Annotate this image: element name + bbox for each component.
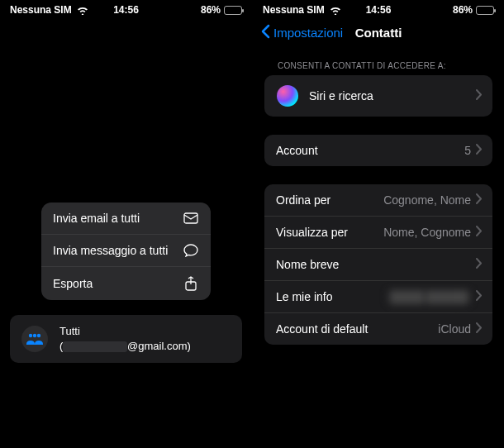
chevron-right-icon	[476, 89, 483, 102]
clock: 14:56	[366, 4, 392, 16]
menu-message-all[interactable]: Invia messaggio a tutti	[41, 235, 211, 267]
chevron-right-icon	[476, 193, 483, 207]
row-account[interactable]: Account 5	[264, 135, 492, 166]
wifi-icon	[77, 6, 88, 15]
chevron-right-icon	[476, 322, 483, 336]
screen-contacts-settings: Nessuna SIM 14:56 86% Impostazioni Conta…	[252, 0, 504, 448]
group-title: Tutti	[59, 324, 191, 339]
nav-bar: Impostazioni Contatti	[253, 18, 504, 48]
menu-label: Invia email a tutti	[53, 212, 140, 225]
chevron-right-icon	[476, 226, 483, 239]
clock: 14:56	[113, 4, 139, 16]
group-account: Account 5	[264, 135, 492, 166]
row-short-name[interactable]: Nome breve	[264, 249, 492, 281]
share-icon	[183, 276, 199, 291]
menu-label: Esporta	[53, 277, 93, 290]
group-subtitle: (████████@gmail.com)	[59, 339, 191, 354]
menu-email-all[interactable]: Invia email a tutti	[41, 203, 211, 235]
group-avatar-icon	[21, 326, 48, 352]
svg-point-2	[29, 334, 32, 337]
svg-rect-0	[184, 213, 197, 223]
context-menu: Invia email a tutti Invia messaggio a tu…	[41, 203, 211, 300]
chevron-left-icon	[261, 24, 270, 41]
group-all-contacts[interactable]: Tutti (████████@gmail.com)	[10, 315, 242, 363]
siri-icon	[276, 84, 299, 107]
back-label: Impostazioni	[273, 26, 343, 40]
group-display-settings: Ordina per Cognome, Nome Visualizza per …	[264, 184, 492, 345]
chevron-right-icon	[476, 290, 483, 303]
status-bar: Nessuna SIM 14:56 86%	[253, 0, 504, 18]
row-default-account[interactable]: Account di default iCloud	[264, 313, 492, 345]
group-siri: Siri e ricerca	[264, 75, 492, 117]
chevron-right-icon	[476, 144, 483, 157]
my-info-value: ████ █████	[388, 290, 471, 303]
message-icon	[183, 244, 199, 257]
account-count: 5	[464, 144, 471, 157]
status-bar: Nessuna SIM 14:56 86%	[0, 0, 252, 18]
row-display-by[interactable]: Visualizza per Nome, Cognome	[264, 217, 492, 249]
page-title: Contatti	[355, 26, 402, 40]
svg-point-4	[37, 334, 40, 337]
back-button[interactable]: Impostazioni	[261, 24, 343, 41]
mail-icon	[183, 212, 199, 224]
menu-export[interactable]: Esporta	[41, 267, 211, 300]
battery-indicator: 86%	[453, 4, 494, 16]
row-siri-search[interactable]: Siri e ricerca	[264, 75, 492, 117]
svg-point-3	[33, 334, 36, 337]
group-text: Tutti (████████@gmail.com)	[59, 324, 191, 354]
carrier-label: Nessuna SIM	[263, 4, 325, 16]
section-header-allow: CONSENTI A CONTATTI DI ACCEDERE A:	[253, 48, 504, 75]
row-my-info[interactable]: Le mie info ████ █████	[264, 281, 492, 313]
chevron-right-icon	[476, 258, 483, 271]
menu-label: Invia messaggio a tutti	[53, 244, 168, 257]
screen-groups: Nessuna SIM 14:56 86% Invia email a tutt…	[0, 0, 252, 448]
carrier-label: Nessuna SIM	[10, 4, 72, 16]
wifi-icon	[330, 6, 341, 15]
battery-indicator: 86%	[201, 4, 242, 16]
row-sort-by[interactable]: Ordina per Cognome, Nome	[264, 184, 492, 217]
